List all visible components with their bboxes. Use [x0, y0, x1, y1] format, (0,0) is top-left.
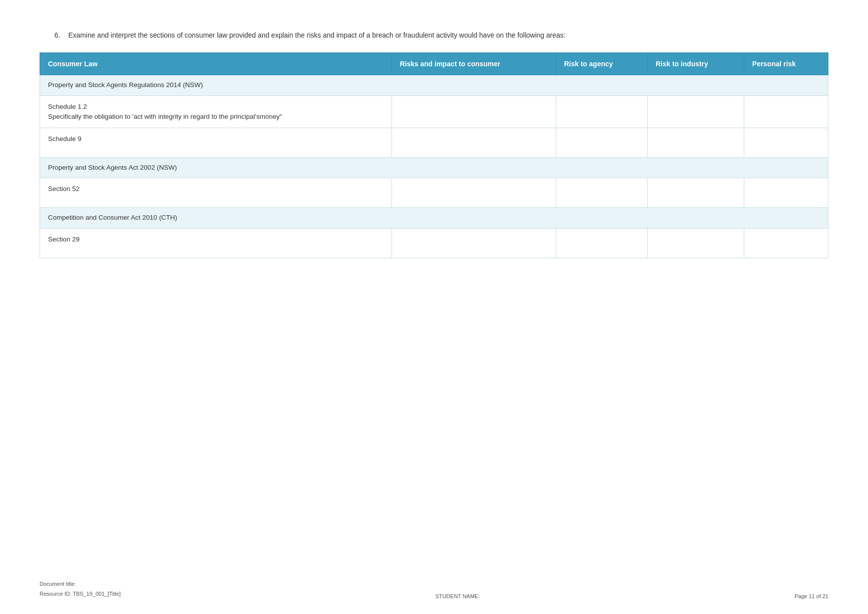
table-row: Schedule 1.2Specifically the obligation … [40, 95, 828, 128]
intro-section: 6. Examine and interpret the sections of… [40, 30, 828, 41]
table-cell-4-3 [647, 178, 744, 208]
footer-left: Document title: Resource ID: TBS_19_001_… [40, 579, 121, 599]
col-header-consumer-law: Consumer Law [40, 53, 392, 75]
intro-number: 6. [54, 30, 64, 41]
intro-text: Examine and interpret the sections of co… [68, 30, 566, 41]
col-header-risk-agency: Risk to agency [556, 53, 647, 75]
table-section-header: Competition and Consumer Act 2010 (CTH) [40, 208, 828, 228]
table-cell-6-0: Section 29 [40, 228, 392, 258]
table-cell-1-4 [744, 95, 828, 128]
table-cell-4-4 [744, 178, 828, 208]
footer-right: Page 11 of 21 [794, 593, 828, 599]
table-row: Section 52 [40, 178, 828, 208]
section-header-label: Property and Stock Agents Regulations 20… [40, 75, 828, 95]
col-header-risk-industry: Risk to industry [647, 53, 744, 75]
table-cell-2-3 [647, 128, 744, 158]
col-header-risks-impact: Risks and impact to consumer [392, 53, 556, 75]
table-section-header: Property and Stock Agents Act 2002 (NSW) [40, 158, 828, 178]
footer: Document title: Resource ID: TBS_19_001_… [40, 579, 828, 599]
section-header-label: Property and Stock Agents Act 2002 (NSW) [40, 158, 828, 178]
table-row: Schedule 9 [40, 128, 828, 158]
consumer-law-table: Consumer Law Risks and impact to consume… [40, 52, 828, 258]
col-header-personal-risk: Personal risk [744, 53, 828, 75]
student-name-label: STUDENT NAME: [435, 593, 480, 599]
section-header-label: Competition and Consumer Act 2010 (CTH) [40, 208, 828, 228]
table-cell-6-4 [744, 228, 828, 258]
table-cell-2-0: Schedule 9 [40, 128, 392, 158]
table-header-row: Consumer Law Risks and impact to consume… [40, 53, 828, 75]
table-cell-6-2 [556, 228, 647, 258]
table-cell-1-3 [647, 95, 744, 128]
table-cell-1-1 [392, 95, 556, 128]
page-info: Page 11 of 21 [794, 593, 828, 599]
table-cell-1-2 [556, 95, 647, 128]
table-cell-4-0: Section 52 [40, 178, 392, 208]
table-cell-6-3 [647, 228, 744, 258]
table-cell-2-1 [392, 128, 556, 158]
doc-title-label: Document title: [40, 579, 121, 589]
table-row: Section 29 [40, 228, 828, 258]
table-cell-4-1 [392, 178, 556, 208]
table-cell-1-0: Schedule 1.2Specifically the obligation … [40, 95, 392, 128]
table-cell-4-2 [556, 178, 647, 208]
resource-id: Resource ID: TBS_19_001_[Title] [40, 589, 121, 599]
table-section-header: Property and Stock Agents Regulations 20… [40, 75, 828, 95]
footer-center: STUDENT NAME: [435, 593, 480, 599]
table-cell-2-4 [744, 128, 828, 158]
table-cell-2-2 [556, 128, 647, 158]
table-cell-6-1 [392, 228, 556, 258]
